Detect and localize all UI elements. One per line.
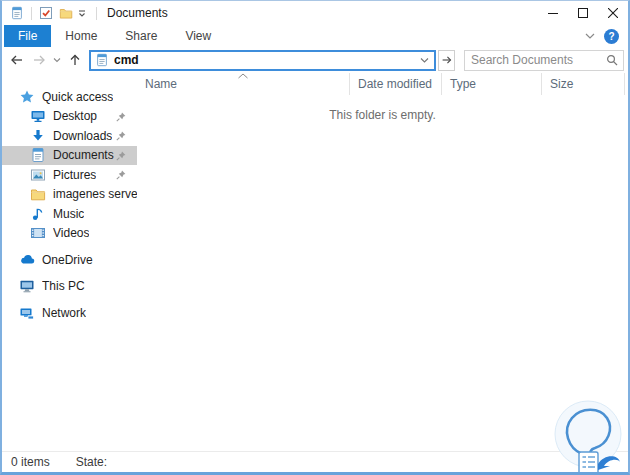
status-bar: 0 items State: [2,451,628,472]
explorer-document-icon [9,4,25,22]
sidebar-item-desktop[interactable]: Desktop [2,107,137,127]
tab-file[interactable]: File [4,25,51,47]
column-header-date-modified[interactable]: Date modified [350,73,442,95]
sidebar-item-videos[interactable]: Videos [2,224,137,244]
pin-icon [115,111,127,123]
address-input[interactable] [114,53,416,67]
window-title: Documents [107,6,168,20]
sort-ascending-icon [238,73,249,79]
close-button[interactable] [598,1,628,25]
sidebar-item-this-pc[interactable]: This PC [2,277,137,297]
sidebar-item-downloads[interactable]: Downloads [2,126,137,146]
customize-toolbar-chevron-icon[interactable] [74,4,90,22]
sidebar-item-quick-access[interactable]: Quick access [2,87,137,107]
sidebar-item-onedrive[interactable]: OneDrive [2,250,137,270]
search-input[interactable] [471,53,605,67]
state-label: State: [76,455,107,469]
caption-buttons [538,1,628,25]
tab-share[interactable]: Share [111,25,171,47]
network-icon [19,305,35,321]
forward-button[interactable] [28,49,50,71]
recent-locations-chevron-icon[interactable] [50,49,64,71]
maximize-button[interactable] [568,1,598,25]
back-button[interactable] [6,49,28,71]
navigation-bar [2,47,628,73]
star-icon [19,89,35,105]
quick-access-toolbar [9,4,103,22]
expand-ribbon-chevron-icon[interactable] [585,29,595,43]
this-pc-icon [19,278,35,294]
column-headers: Name Date modified Type Size [137,73,628,95]
column-header-name[interactable]: Name [137,73,350,95]
pictures-icon [30,167,46,183]
sidebar-item-imagenes-server[interactable]: imagenes server 201 [2,185,137,205]
address-dropdown-chevron-icon[interactable] [416,52,432,69]
sidebar-item-documents[interactable]: Documents [2,146,137,166]
navigation-pane: Quick access Desktop Downloads Documents… [2,73,137,451]
column-header-size[interactable]: Size [542,73,625,95]
sidebar-item-network[interactable]: Network [2,303,137,323]
pin-icon [115,169,127,181]
go-button[interactable] [438,50,455,71]
explorer-window: Documents File Home Share View ? [0,0,630,475]
pin-icon [115,150,127,162]
search-icon[interactable] [605,53,619,67]
desktop-icon [30,108,46,124]
file-list-area: Name Date modified Type Size This folder… [137,73,628,451]
folder-icon [30,186,46,202]
pin-icon [115,130,127,142]
separator [96,7,97,20]
column-header-type[interactable]: Type [442,73,542,95]
title-bar: Documents [2,1,628,25]
new-folder-icon[interactable] [58,4,74,22]
empty-folder-message: This folder is empty. [137,108,628,122]
document-icon [30,147,46,163]
sidebar-item-music[interactable]: Music [2,204,137,224]
address-location-icon [95,53,109,67]
music-icon [30,206,46,222]
tab-view[interactable]: View [171,25,225,47]
up-button[interactable] [64,49,86,71]
address-bar[interactable] [89,50,436,71]
ribbon-tab-bar: File Home Share View ? [2,25,628,47]
items-count: 0 items [11,455,50,469]
tab-home[interactable]: Home [51,25,111,47]
properties-checkbox-icon[interactable] [38,4,54,22]
onedrive-icon [19,252,35,268]
help-icon[interactable]: ? [604,29,619,44]
sidebar-item-pictures[interactable]: Pictures [2,165,137,185]
videos-icon [30,225,46,241]
download-icon [30,128,46,144]
search-box[interactable] [464,50,624,71]
separator [31,7,32,20]
content-area: Quick access Desktop Downloads Documents… [2,73,628,451]
minimize-button[interactable] [538,1,568,25]
